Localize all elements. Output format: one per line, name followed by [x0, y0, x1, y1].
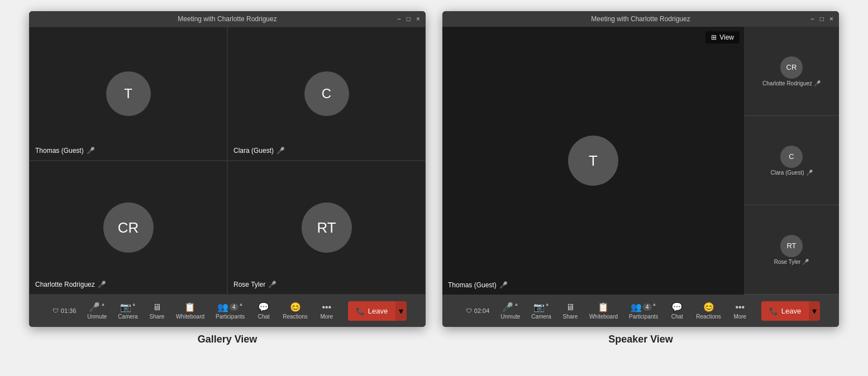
unmute-btn-speaker[interactable]: 🎤 ▲ Unmute: [496, 300, 524, 322]
muted-icon-clara: 🎤: [276, 147, 285, 155]
toolbar-speaker: 🛡 02:04 🎤 ▲ Unmute 📷 ▲ Camera: [442, 295, 839, 327]
avatar-charlotte: CR: [103, 203, 154, 253]
label-charlotte: Charlotte Rodriguez 🎤: [35, 281, 106, 288]
more-icon-gallery: •••: [322, 302, 331, 312]
toolbar-gallery: 🛡 01:36 🎤 ▲ Unmute 📷 ▲ Camera: [29, 295, 426, 327]
phone-icon-speaker: 📞: [769, 307, 778, 315]
sidebar-muted-charlotte: 🎤: [814, 80, 821, 86]
reactions-icon-speaker: 😊: [703, 302, 714, 312]
mic-icon-speaker: 🎤: [502, 302, 513, 312]
camera-btn-speaker[interactable]: 📷 ▲ Camera: [527, 300, 556, 322]
gallery-cell-charlotte: CR Charlotte Rodriguez 🎤: [29, 161, 227, 295]
maximize-btn-speaker[interactable]: □: [820, 15, 824, 23]
shield-icon-gallery: 🛡: [53, 307, 59, 314]
sidebar-name-charlotte: Charlotte Rodriguez 🎤: [762, 80, 821, 86]
leave-group-speaker: 📞 Leave ▾: [759, 301, 820, 321]
sidebar-name-clara: Clara (Guest) 🎤: [770, 170, 812, 176]
views-container: Meeting with Charlotte Rodriguez − □ × ⊞…: [29, 11, 839, 345]
avatar-clara: C: [304, 71, 349, 116]
label-clara: Clara (Guest) 🎤: [233, 147, 285, 155]
chat-icon-gallery: 💬: [258, 302, 269, 312]
share-btn-speaker[interactable]: 🖥 Share: [558, 300, 583, 322]
camera-arrow-gallery: ▲: [132, 302, 136, 307]
share-btn-gallery[interactable]: 🖥 Share: [145, 300, 169, 322]
sidebar-name-rose: Rose Tyler 🎤: [774, 259, 809, 265]
view-button-speaker[interactable]: ⊞ View: [705, 31, 740, 44]
label-thomas: Thomas (Guest) 🎤: [35, 147, 95, 155]
participants-btn-speaker[interactable]: 👥 4 ▲ Participants: [624, 300, 662, 322]
more-icon-speaker: •••: [735, 302, 745, 312]
chat-icon-speaker: 💬: [671, 302, 683, 312]
close-btn-gallery[interactable]: ×: [416, 15, 420, 23]
avatar-thomas-speaker: T: [568, 136, 618, 186]
gallery-view-label: Gallery View: [198, 334, 257, 345]
camera-icon-gallery: 📷: [120, 302, 131, 312]
chat-btn-gallery[interactable]: 💬 Chat: [251, 300, 276, 322]
participants-arrow-speaker: ▲: [652, 302, 657, 307]
grid-icon-speaker: ⊞: [711, 33, 717, 41]
unmute-btn-gallery[interactable]: 🎤 ▲ Unmute: [83, 300, 111, 322]
gallery-cell-rose: RT Rose Tyler 🎤: [227, 161, 426, 295]
timer-gallery: 🛡 01:36: [48, 307, 81, 314]
more-btn-speaker[interactable]: ••• More: [728, 300, 752, 322]
muted-icon-thomas-speaker: 🎤: [499, 281, 508, 289]
speaker-window-controls: − □ ×: [810, 15, 833, 23]
reactions-btn-speaker[interactable]: 😊 Reactions: [691, 300, 725, 322]
mic-arrow-speaker: ▲: [514, 302, 518, 307]
gallery-window-title: Meeting with Charlotte Rodriguez: [178, 15, 276, 23]
more-btn-gallery[interactable]: ••• More: [314, 300, 339, 322]
muted-icon-charlotte: 🎤: [98, 281, 106, 288]
whiteboard-btn-gallery[interactable]: 📋 Whiteboard: [171, 300, 209, 322]
phone-icon-gallery: 📞: [356, 307, 365, 315]
share-icon-gallery: 🖥: [152, 302, 161, 312]
gallery-window-controls: − □ ×: [397, 15, 420, 23]
gallery-cell-clara: C Clara (Guest) 🎤: [227, 27, 426, 161]
participants-btn-gallery[interactable]: 👥 4 ▲ Participants: [211, 300, 249, 322]
share-icon-speaker: 🖥: [566, 302, 575, 312]
leave-chevron-gallery[interactable]: ▾: [395, 301, 407, 321]
label-rose: Rose Tyler 🎤: [233, 281, 276, 288]
speaker-window: Meeting with Charlotte Rodriguez − □ × ⊞…: [442, 11, 839, 327]
speaker-window-title: Meeting with Charlotte Rodriguez: [591, 15, 690, 23]
sidebar-avatar-rose: RT: [780, 235, 803, 257]
avatar-thomas: T: [106, 71, 151, 116]
gallery-titlebar: Meeting with Charlotte Rodriguez − □ ×: [29, 11, 426, 27]
reactions-btn-gallery[interactable]: 😊 Reactions: [278, 300, 312, 322]
leave-btn-gallery[interactable]: 📞 Leave: [348, 301, 395, 321]
mic-icon-gallery: 🎤: [89, 302, 100, 312]
gallery-cell-thomas: T Thomas (Guest) 🎤: [29, 27, 227, 161]
leave-chevron-speaker[interactable]: ▾: [809, 301, 820, 321]
sidebar-muted-clara: 🎤: [806, 170, 813, 176]
camera-arrow-speaker: ▲: [545, 302, 550, 307]
chat-btn-speaker[interactable]: 💬 Chat: [665, 300, 689, 322]
close-btn-speaker[interactable]: ×: [829, 15, 833, 23]
whiteboard-icon-speaker: 📋: [598, 302, 609, 312]
muted-icon-thomas: 🎤: [87, 147, 95, 155]
speaker-titlebar: Meeting with Charlotte Rodriguez − □ ×: [442, 11, 839, 27]
participants-arrow-gallery: ▲: [239, 302, 244, 307]
timer-speaker: 🛡 02:04: [461, 307, 494, 314]
camera-icon-speaker: 📷: [533, 302, 545, 312]
muted-icon-rose: 🎤: [268, 281, 276, 288]
sidebar-avatar-charlotte: CR: [780, 56, 803, 79]
mic-arrow-gallery: ▲: [101, 302, 105, 307]
participants-icon-speaker: 👥: [631, 302, 642, 312]
maximize-btn-gallery[interactable]: □: [407, 15, 411, 23]
speaker-main-area: ⊞ View T Thomas (Guest) 🎤: [442, 27, 744, 295]
camera-btn-gallery[interactable]: 📷 ▲ Camera: [113, 300, 142, 322]
avatar-rose: RT: [302, 203, 352, 253]
whiteboard-icon-gallery: 📋: [184, 302, 195, 312]
label-thomas-speaker: Thomas (Guest) 🎤: [448, 281, 508, 289]
minimize-btn-speaker[interactable]: −: [810, 15, 814, 23]
leave-btn-speaker[interactable]: 📞 Leave: [761, 301, 809, 321]
minimize-btn-gallery[interactable]: −: [397, 15, 401, 23]
sidebar-participant-rose: RT Rose Tyler 🎤: [744, 205, 839, 295]
whiteboard-btn-speaker[interactable]: 📋 Whiteboard: [585, 300, 622, 322]
speaker-view-label: Speaker View: [608, 334, 673, 345]
sidebar-avatar-clara: C: [780, 146, 803, 168]
sidebar-muted-rose: 🎤: [802, 259, 809, 265]
sidebar-participant-charlotte: CR Charlotte Rodriguez 🎤: [744, 27, 839, 116]
leave-group-gallery: 📞 Leave ▾: [346, 301, 407, 321]
speaker-view-wrapper: Meeting with Charlotte Rodriguez − □ × ⊞…: [442, 11, 839, 345]
speaker-sidebar: CR Charlotte Rodriguez 🎤 C Clara (Guest)…: [744, 27, 839, 295]
